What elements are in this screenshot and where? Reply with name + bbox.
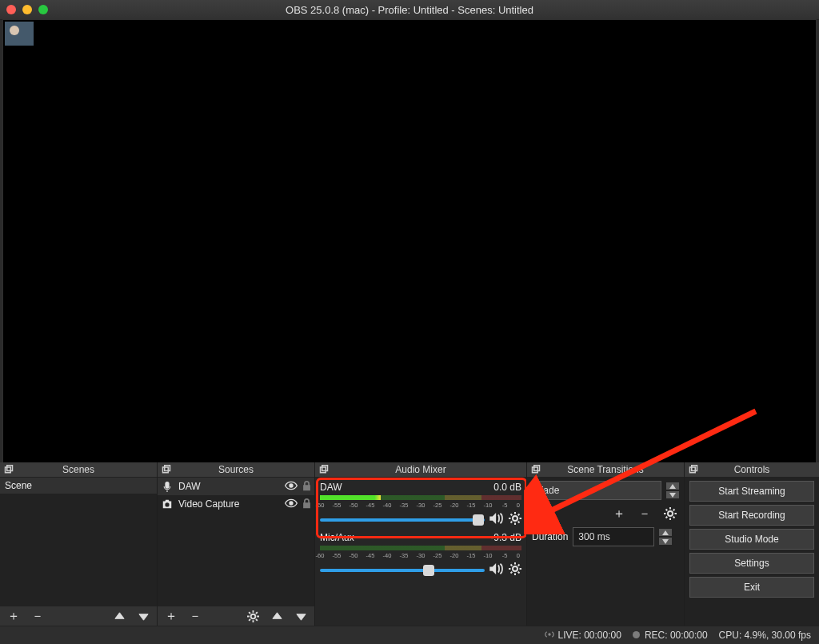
svg-rect-14 [690, 467, 696, 473]
scenes-title: Scenes [62, 464, 94, 475]
gear-icon[interactable] [509, 562, 521, 578]
scenes-panel: Scenes Scene ＋ － [0, 462, 158, 626]
mixer-track: DAW 0.0 dB -60-55 -50-45 -40-35 -30-25 -… [315, 478, 526, 530]
visibility-icon[interactable] [285, 498, 298, 510]
controls-title: Controls [734, 464, 770, 475]
preview-source-thumb[interactable] [5, 22, 34, 46]
mixer-track-db: 0.0 dB [493, 482, 521, 493]
popout-icon[interactable] [161, 464, 172, 475]
move-source-up-button[interactable] [268, 607, 286, 625]
add-scene-button[interactable]: ＋ [5, 607, 22, 625]
exit-button[interactable]: Exit [689, 577, 814, 598]
svg-rect-15 [692, 466, 697, 471]
preview-canvas[interactable] [2, 19, 817, 463]
svg-point-4 [290, 484, 293, 487]
svg-rect-1 [7, 466, 13, 471]
minimize-window-button[interactable] [22, 5, 32, 14]
window-title: OBS 25.0.8 (mac) - Profile: Untitled - S… [0, 4, 819, 16]
popout-icon[interactable] [530, 464, 541, 475]
svg-rect-8 [322, 466, 328, 471]
dock-panels: Scenes Scene ＋ － Sources [0, 462, 819, 626]
svg-point-9 [513, 516, 517, 521]
transition-select-stepper[interactable] [666, 482, 679, 498]
gear-icon[interactable] [509, 512, 521, 527]
titlebar: OBS 25.0.8 (mac) - Profile: Untitled - S… [0, 0, 819, 20]
svg-rect-2 [163, 467, 169, 473]
scene-item[interactable]: Scene [0, 478, 157, 494]
source-row[interactable]: Video Capture [158, 495, 314, 513]
duration-label: Duration [532, 531, 568, 542]
meter-ticks: -60-55 -50-45 -40-35 -30-25 -20-15 -10-5… [320, 502, 521, 511]
svg-point-16 [548, 633, 550, 635]
audio-mixer-panel: Audio Mixer DAW 0.0 dB -60-55 -50-45 -40… [315, 462, 527, 626]
mixer-track-db: -9.3 dB [490, 532, 521, 543]
add-transition-button[interactable]: ＋ [610, 505, 628, 522]
mixer-track-name: DAW [320, 482, 342, 493]
source-row[interactable]: DAW [158, 478, 314, 495]
volume-slider[interactable] [320, 518, 485, 522]
transition-select[interactable]: Fade [532, 481, 661, 500]
svg-point-6 [250, 614, 255, 618]
source-name: Video Capture [178, 498, 240, 510]
settings-button[interactable]: Settings [689, 553, 814, 574]
close-window-button[interactable] [6, 5, 16, 14]
lock-icon[interactable] [302, 498, 311, 511]
sources-title: Sources [218, 464, 254, 475]
svg-rect-12 [534, 466, 540, 471]
popout-icon[interactable] [688, 464, 699, 475]
remove-source-button[interactable]: － [186, 607, 204, 625]
mixer-title: Audio Mixer [395, 464, 445, 475]
start-streaming-button[interactable]: Start Streaming [689, 481, 814, 502]
svg-rect-3 [165, 466, 170, 471]
move-source-down-button[interactable] [292, 607, 310, 625]
move-scene-down-button[interactable] [134, 607, 152, 625]
cpu-status: CPU: 4.9%, 30.00 fps [719, 630, 811, 641]
svg-point-5 [290, 502, 293, 505]
scene-transitions-panel: Scene Transitions Fade ＋ － Duratio [527, 462, 685, 626]
svg-rect-11 [533, 467, 538, 473]
mic-icon [161, 480, 174, 493]
svg-point-13 [668, 511, 673, 516]
move-scene-up-button[interactable] [110, 607, 128, 625]
transition-settings-button[interactable] [661, 505, 679, 522]
popout-icon[interactable] [318, 464, 330, 475]
status-bar: LIVE: 00:00:00 REC: 00:00:00 CPU: 4.9%, … [0, 626, 819, 644]
mixer-track-name: Mic/Aux [320, 532, 354, 543]
speaker-icon[interactable] [489, 563, 504, 577]
start-recording-button[interactable]: Start Recording [689, 505, 814, 526]
visibility-icon[interactable] [285, 481, 298, 493]
mixer-track: Mic/Aux -9.3 dB -60-55 -50-45 -40-35 -30… [315, 530, 526, 581]
studio-mode-button[interactable]: Studio Mode [689, 529, 814, 550]
rec-status: REC: 00:00:00 [633, 630, 708, 641]
audio-meter [320, 495, 381, 500]
maximize-window-button[interactable] [38, 5, 48, 14]
add-source-button[interactable]: ＋ [162, 607, 180, 625]
popout-icon[interactable] [3, 464, 14, 475]
svg-rect-0 [6, 467, 11, 473]
svg-rect-7 [321, 467, 326, 473]
camera-icon [161, 498, 174, 510]
lock-icon[interactable] [302, 480, 311, 494]
sources-panel: Sources DAW Video Capture [158, 462, 315, 626]
speaker-icon[interactable] [489, 513, 504, 526]
volume-slider[interactable] [320, 569, 485, 572]
source-settings-button[interactable] [244, 607, 262, 625]
source-name: DAW [178, 481, 201, 492]
transitions-title: Scene Transitions [567, 464, 643, 475]
meter-ticks: -60-55 -50-45 -40-35 -30-25 -20-15 -10-5… [320, 552, 521, 562]
controls-panel: Controls Start Streaming Start Recording… [685, 462, 819, 626]
live-status: LIVE: 00:00:00 [544, 630, 621, 641]
remove-scene-button[interactable]: － [29, 607, 46, 625]
svg-point-10 [513, 566, 517, 571]
duration-input[interactable]: 300 ms [573, 527, 654, 546]
remove-transition-button[interactable]: － [636, 505, 653, 522]
duration-stepper[interactable] [659, 529, 672, 545]
